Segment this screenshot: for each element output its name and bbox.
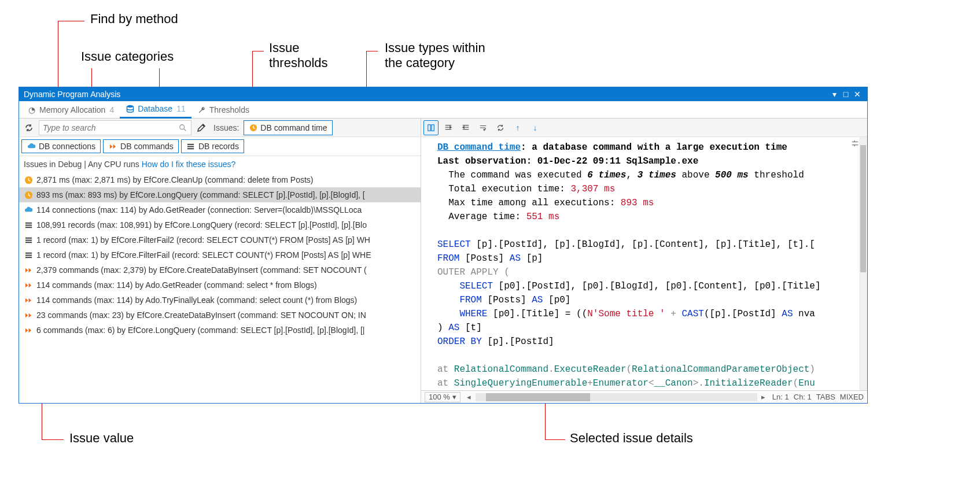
refresh-button[interactable] — [21, 120, 36, 135]
issue-type-link[interactable]: DB command time — [437, 142, 521, 153]
svg-rect-6 — [187, 148, 194, 149]
records-icon — [24, 235, 33, 245]
records-icon — [24, 250, 33, 260]
svg-rect-15 — [25, 252, 31, 253]
tool-window: Dynamic Program Analysis ▾ □ ✕ ◔ Memory … — [19, 87, 868, 404]
status-tabs: TABS — [816, 393, 835, 401]
issue-text: 1 record (max: 1) by EfCore.FilterFail2 … — [36, 235, 370, 245]
issue-row[interactable]: 6 commands (max: 6) by EfCore.LongQuery … — [19, 323, 421, 338]
issue-row[interactable]: 114 connections (max: 114) by Ado.GetRea… — [19, 202, 421, 217]
up-button[interactable]: ↑ — [510, 120, 525, 135]
statusbar: 100 % ▾ ◂ ▸ Ln: 1 Ch: 1 TABS MIXED — [421, 390, 867, 403]
svg-point-0 — [127, 105, 134, 108]
tab-count: 11 — [176, 104, 186, 113]
scroll-thumb[interactable] — [486, 393, 590, 401]
indent-button[interactable] — [458, 120, 473, 135]
svg-rect-16 — [25, 254, 31, 256]
filter-label: DB connections — [39, 142, 95, 151]
issue-row[interactable]: 2,379 commands (max: 2,379) by EfCore.Cr… — [19, 262, 421, 278]
svg-rect-17 — [25, 257, 31, 258]
issue-row[interactable]: 2,871 ms (max: 2,871 ms) by EfCore.Clean… — [19, 172, 421, 187]
help-link[interactable]: How do I fix these issues? — [142, 160, 236, 169]
arrows-icon — [24, 326, 33, 335]
filter-label: DB records — [198, 142, 239, 151]
svg-rect-12 — [25, 237, 31, 238]
search-input[interactable] — [39, 120, 191, 135]
tab-bar: ◔ Memory Allocation 4 Database 11 Thresh… — [19, 101, 867, 119]
issue-row[interactable]: 1 record (max: 1) by EfCore.FilterFail (… — [19, 247, 421, 262]
issue-text: 114 commands (max: 114) by Ado.GetReader… — [36, 280, 317, 290]
clock-icon — [24, 190, 33, 199]
issue-text: 2,379 commands (max: 2,379) by EfCore.Cr… — [36, 265, 367, 275]
tab-memory-allocation[interactable]: ◔ Memory Allocation 4 — [21, 101, 120, 119]
tab-count: 4 — [109, 105, 114, 114]
issue-row[interactable]: 893 ms (max: 893 ms) by EfCore.LongQuery… — [19, 187, 421, 202]
close-icon[interactable]: ✕ — [852, 89, 863, 99]
svg-line-2 — [184, 128, 186, 131]
issue-row[interactable]: 23 commands (max: 23) by EfCore.CreateDa… — [19, 308, 421, 323]
clock-icon — [24, 175, 33, 184]
vertical-scrollbar[interactable] — [859, 137, 867, 390]
annotation-selected: Selected issue details — [570, 431, 693, 446]
annotation-categories: Issue categories — [81, 49, 174, 64]
svg-rect-19 — [432, 124, 434, 131]
issue-text: 1 record (max: 1) by EfCore.FilterFail (… — [36, 250, 371, 260]
issue-text: 893 ms (max: 893 ms) by EfCore.LongQuery… — [36, 190, 365, 199]
search-field[interactable] — [43, 123, 178, 132]
issue-row[interactable]: 114 commands (max: 114) by Ado.TryFinall… — [19, 293, 421, 308]
clock-icon — [249, 123, 258, 132]
issues-header: Issues in Debug | Any CPU runs How do I … — [19, 156, 421, 172]
sync-button[interactable] — [493, 120, 508, 135]
scroll-left-icon[interactable]: ◂ — [465, 393, 473, 401]
arrows-icon — [108, 142, 117, 151]
svg-rect-4 — [187, 143, 194, 145]
window-title: Dynamic Program Analysis — [24, 90, 828, 99]
records-icon — [24, 220, 33, 230]
issue-row[interactable]: 1 record (max: 1) by EfCore.FilterFail2 … — [19, 232, 421, 247]
titlebar: Dynamic Program Analysis ▾ □ ✕ — [19, 87, 867, 101]
tab-database[interactable]: Database 11 — [120, 101, 191, 119]
issue-text: 23 commands (max: 23) by EfCore.CreateDa… — [36, 310, 366, 320]
issue-row[interactable]: 108,991 records (max: 108,991) by EfCore… — [19, 217, 421, 232]
svg-rect-14 — [25, 242, 31, 243]
svg-rect-11 — [25, 227, 31, 228]
status-ch: Ch: 1 — [794, 393, 812, 401]
annotation-types: Issue types within the category — [385, 40, 485, 71]
issue-text: 108,991 records (max: 108,991) by EfCore… — [36, 220, 367, 230]
records-icon — [186, 142, 196, 151]
filter-db-connections[interactable]: DB connections — [21, 139, 101, 153]
right-toolbar: ↑ ↓ — [421, 119, 867, 137]
toggle-layout-button[interactable] — [423, 120, 439, 135]
svg-rect-13 — [25, 239, 31, 241]
filter-row: DB connections DB commands DB records — [19, 137, 421, 156]
filter-db-records[interactable]: DB records — [181, 139, 244, 153]
left-pane: Issues: DB command time DB connections — [19, 119, 421, 403]
issue-text: 114 commands (max: 114) by Ado.TryFinall… — [36, 295, 357, 305]
status-mixed: MIXED — [840, 393, 864, 401]
left-toolbar: Issues: DB command time — [19, 119, 421, 137]
down-button[interactable]: ↓ — [528, 120, 543, 135]
status-ln: Ln: 1 — [772, 393, 789, 401]
maximize-icon[interactable]: □ — [841, 89, 851, 99]
scroll-thumb[interactable] — [860, 145, 866, 272]
filter-db-commands[interactable]: DB commands — [103, 139, 179, 153]
issue-row[interactable]: 114 commands (max: 114) by Ado.GetReader… — [19, 278, 421, 293]
svg-point-1 — [180, 124, 185, 129]
wrench-icon — [197, 105, 207, 114]
svg-rect-5 — [187, 146, 194, 147]
issue-type-filter[interactable]: DB command time — [244, 120, 332, 135]
pie-icon: ◔ — [27, 105, 36, 114]
svg-rect-9 — [25, 222, 31, 223]
edit-button[interactable] — [194, 120, 209, 135]
arrows-icon — [24, 280, 33, 290]
horizontal-scrollbar[interactable] — [476, 393, 757, 401]
zoom-control[interactable]: 100 % ▾ — [425, 392, 460, 402]
outdent-button[interactable] — [441, 120, 456, 135]
database-icon — [126, 104, 135, 113]
scroll-right-icon[interactable]: ▸ — [760, 393, 768, 401]
wrap-button[interactable] — [476, 120, 491, 135]
annotation-find: Find by method — [90, 12, 178, 27]
dropdown-icon[interactable]: ▾ — [829, 89, 839, 99]
tab-thresholds[interactable]: Thresholds — [191, 101, 255, 119]
gutter-widget-icon[interactable] — [851, 139, 859, 150]
